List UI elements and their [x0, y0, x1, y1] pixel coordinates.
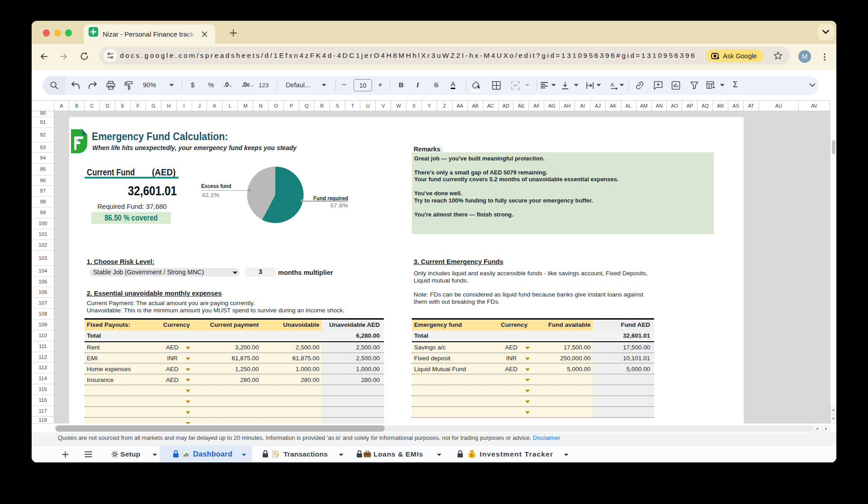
svg-text:A: A	[610, 81, 614, 88]
svg-text:$: $	[471, 453, 473, 457]
